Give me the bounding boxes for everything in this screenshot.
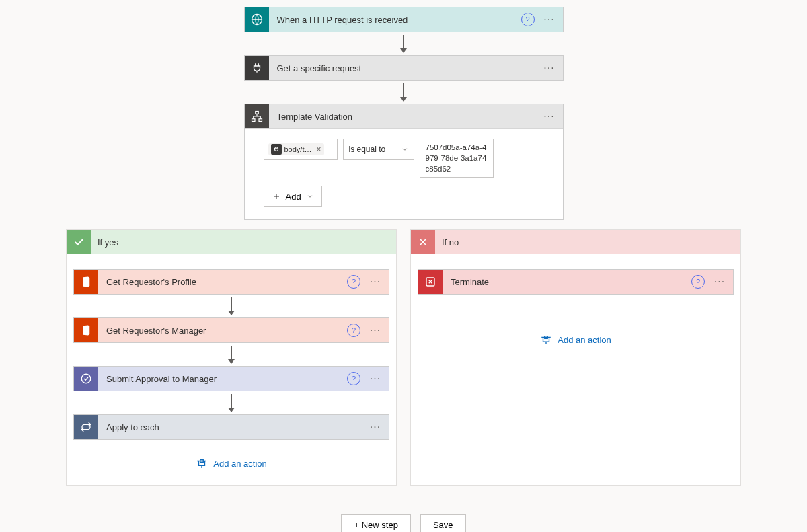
more-icon[interactable]: ··· bbox=[366, 276, 385, 288]
step-title: Template Validation bbox=[269, 112, 540, 122]
add-action-button[interactable]: Add an action bbox=[196, 459, 267, 469]
step-http-trigger[interactable]: When a HTTP request is received ? ··· bbox=[244, 7, 564, 32]
svg-point-4 bbox=[81, 374, 91, 383]
branch-header: If yes bbox=[67, 230, 396, 254]
arrow-connector bbox=[231, 394, 232, 412]
step-title: Get a specific request bbox=[269, 63, 540, 73]
step-get-manager[interactable]: Get Requestor's Manager ? ··· bbox=[73, 317, 389, 343]
plug-icon bbox=[271, 144, 282, 155]
more-icon[interactable]: ··· bbox=[710, 276, 729, 288]
branch-if-no: If no Terminate ? ··· Add an action bbox=[410, 229, 741, 486]
arrow-connector bbox=[231, 297, 232, 315]
step-template-validation: Template Validation ··· body/te… × bbox=[244, 104, 564, 220]
step-title: Terminate bbox=[443, 277, 691, 287]
approval-icon bbox=[74, 367, 98, 391]
step-title: Get Requestor's Profile bbox=[98, 277, 347, 287]
add-action-button[interactable]: Add an action bbox=[540, 335, 611, 345]
more-icon[interactable]: ··· bbox=[366, 324, 385, 336]
step-title: Submit Approval to Manager bbox=[98, 374, 347, 384]
add-action-icon bbox=[540, 336, 552, 345]
step-title: When a HTTP request is received bbox=[269, 15, 521, 25]
step-apply-to-each[interactable]: Apply to each ··· bbox=[73, 414, 389, 440]
more-icon[interactable]: ··· bbox=[540, 13, 559, 26]
more-icon[interactable]: ··· bbox=[540, 110, 559, 122]
condition-field-input[interactable]: body/te… × bbox=[264, 139, 338, 160]
globe-icon bbox=[245, 7, 269, 32]
branch-header: If no bbox=[411, 230, 740, 254]
step-terminate[interactable]: Terminate ? ··· bbox=[418, 269, 734, 295]
condition-body: body/te… × is equal to 7507d05a-a74a-497… bbox=[245, 129, 563, 219]
card-header[interactable]: Template Validation ··· bbox=[245, 104, 563, 129]
branch-icon bbox=[245, 104, 269, 128]
step-title: Get Requestor's Manager bbox=[98, 326, 347, 336]
field-chip: body/te… × bbox=[268, 143, 324, 155]
office-icon bbox=[74, 318, 98, 342]
step-get-profile[interactable]: Get Requestor's Profile ? ··· bbox=[73, 269, 389, 295]
terminate-icon bbox=[418, 270, 443, 294]
office-icon bbox=[74, 270, 98, 294]
svg-rect-1 bbox=[255, 112, 258, 114]
branch-label: If no bbox=[442, 237, 459, 248]
svg-rect-2 bbox=[252, 119, 255, 122]
step-submit-approval[interactable]: Submit Approval to Manager ? ··· bbox=[73, 366, 389, 391]
check-icon bbox=[67, 230, 91, 254]
plus-icon bbox=[272, 192, 280, 200]
condition-operator-select[interactable]: is equal to bbox=[343, 139, 414, 160]
more-icon[interactable]: ··· bbox=[540, 62, 559, 74]
add-action-icon bbox=[196, 459, 208, 469]
arrow-connector bbox=[403, 83, 404, 101]
new-step-button[interactable]: + New step bbox=[341, 514, 410, 532]
chevron-down-icon bbox=[401, 146, 408, 153]
help-icon[interactable]: ? bbox=[347, 275, 360, 289]
close-icon bbox=[411, 230, 435, 254]
help-icon[interactable]: ? bbox=[347, 372, 360, 385]
step-specific-request[interactable]: Get a specific request ··· bbox=[244, 55, 564, 81]
help-icon[interactable]: ? bbox=[691, 275, 705, 289]
branch-label: If yes bbox=[98, 237, 118, 248]
chevron-down-icon bbox=[307, 193, 313, 200]
plug-icon bbox=[245, 56, 269, 80]
arrow-connector bbox=[403, 35, 404, 52]
more-icon[interactable]: ··· bbox=[366, 421, 385, 433]
help-icon[interactable]: ? bbox=[347, 324, 360, 337]
help-icon[interactable]: ? bbox=[521, 13, 535, 26]
add-condition-button[interactable]: Add bbox=[264, 186, 322, 207]
condition-value-input[interactable]: 7507d05a-a74a-4979-78de-3a1a74c85d62 bbox=[420, 139, 494, 178]
arrow-connector bbox=[231, 346, 232, 363]
save-button[interactable]: Save bbox=[420, 514, 466, 532]
more-icon[interactable]: ··· bbox=[366, 373, 385, 385]
step-title: Apply to each bbox=[98, 422, 366, 432]
branch-if-yes: If yes Get Requestor's Profile ? ··· Get bbox=[66, 229, 397, 486]
svg-rect-3 bbox=[259, 119, 262, 122]
chip-remove-icon[interactable]: × bbox=[317, 145, 321, 154]
loop-icon bbox=[74, 415, 98, 439]
